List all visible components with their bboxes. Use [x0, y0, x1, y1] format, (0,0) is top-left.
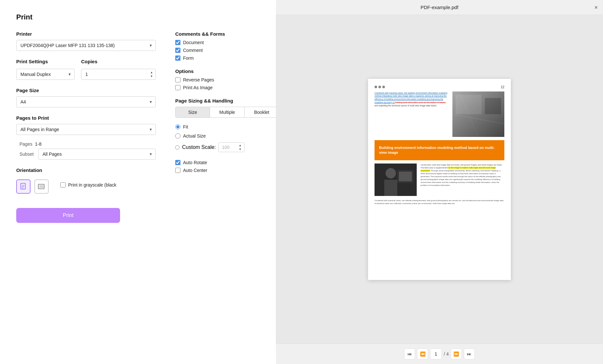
landscape-button[interactable]: [34, 179, 49, 194]
size-tab[interactable]: Size: [176, 107, 210, 117]
page-size-select[interactable]: A4: [16, 96, 156, 107]
page-sizing-section: Page Sizing && Handling Size Multiple Bo…: [175, 98, 276, 152]
printer-section: Printer UPDF2004Q(HP Laser MFP 131 133 1…: [16, 31, 156, 51]
custom-scale-radio[interactable]: [175, 145, 179, 150]
multiple-tab[interactable]: Multiple: [210, 107, 244, 117]
document-checkbox[interactable]: [175, 40, 180, 45]
subset-row: Subset All Pages: [19, 149, 156, 160]
scale-decrement-button[interactable]: ▼: [237, 148, 243, 151]
comment-checkbox[interactable]: [175, 48, 180, 53]
svg-rect-8: [456, 95, 482, 114]
svg-rect-9: [485, 98, 501, 114]
preview-navigation: ⏮ ⏪ / 4 ⏩ ⏭: [276, 344, 603, 364]
reverse-pages-checkbox[interactable]: [175, 77, 180, 82]
preview-page: 12 Combined with practical cases, the bu…: [368, 79, 511, 280]
fit-radio-row: Fit: [175, 124, 276, 129]
svg-point-13: [386, 168, 396, 178]
page-size-label: Page Size: [16, 88, 156, 93]
fit-radio[interactable]: [175, 124, 180, 129]
print-button[interactable]: Print: [16, 208, 120, 223]
subset-select[interactable]: All Pages: [38, 149, 156, 160]
orientation-label: Orientation: [16, 167, 156, 173]
print-as-image-checkbox[interactable]: [175, 85, 180, 90]
preview-text-left: Combined with practical cases, the build…: [375, 91, 449, 137]
reverse-pages-row: Reverse Pages: [175, 77, 276, 82]
preview-top-content: Combined with practical cases, the build…: [375, 91, 504, 137]
copies-input[interactable]: [81, 69, 156, 80]
custom-scale-row: Custom Scale: ▲ ▼: [175, 142, 276, 152]
auto-options-section: Auto Rotate Auto Center: [175, 160, 276, 173]
reverse-pages-label: Reverse Pages: [183, 77, 214, 82]
options-label: Options: [175, 68, 276, 74]
auto-center-checkbox[interactable]: [175, 168, 180, 173]
preview-building-image: [452, 91, 504, 137]
copies-spinner-buttons: ▲ ▼: [149, 71, 154, 78]
last-page-button[interactable]: ⏭: [464, 348, 475, 359]
preview-dot-3: [382, 86, 385, 88]
left-panel: Print Printer UPDF2004Q(HP Laser MFP 131…: [0, 0, 276, 364]
comments-forms-label: Comments && Forms: [175, 31, 276, 37]
pages-info-value: 1-8: [35, 141, 42, 147]
comment-checkbox-label: Comment: [183, 48, 203, 53]
auto-rotate-checkbox[interactable]: [175, 160, 180, 165]
subset-label: Subset: [19, 152, 36, 157]
preview-top-image: [452, 91, 504, 137]
auto-center-label: Auto Center: [183, 168, 207, 173]
preview-page-number: 12: [501, 85, 504, 89]
portrait-icon: [20, 183, 27, 190]
grayscale-row: Print in grayscale (black: [60, 182, 117, 188]
orientation-section: Orientation: [16, 167, 156, 194]
grayscale-checkbox[interactable]: [60, 182, 66, 188]
page-title: Print: [16, 13, 260, 21]
comments-forms-section: Comments && Forms Document Comment Form: [175, 31, 276, 61]
preview-dot-2: [378, 86, 381, 88]
close-button[interactable]: ×: [594, 4, 598, 11]
prev-page-button[interactable]: ⏪: [417, 348, 428, 359]
comment-checkbox-row: Comment: [175, 48, 276, 53]
preview-panel: PDF-example.pdf × 12 Combined with pract…: [276, 0, 603, 364]
preview-text-regular: and exploiting the technical source of m…: [375, 104, 437, 107]
actual-size-radio-row: Actual Size: [175, 133, 276, 139]
form-checkbox[interactable]: [175, 55, 180, 61]
pages-to-print-select-wrapper: All Pages in Range: [16, 124, 156, 135]
document-checkbox-label: Document: [183, 40, 204, 45]
scale-increment-button[interactable]: ▲: [237, 144, 243, 147]
preview-dot-1: [375, 86, 377, 88]
actual-size-radio[interactable]: [175, 133, 180, 139]
pages-info: Pages 1-8: [19, 141, 156, 147]
document-checkbox-row: Document: [175, 40, 276, 45]
preview-area: 12 Combined with practical cases, the bu…: [358, 15, 521, 344]
orientation-icons: [16, 179, 49, 194]
preview-bottom-image: [375, 164, 417, 196]
custom-scale-label: Custom Scale:: [182, 144, 216, 150]
current-page-input[interactable]: [430, 348, 442, 359]
copies-increment-button[interactable]: ▲: [149, 71, 154, 74]
duplex-copies-row: Manual Duplex ▲ ▼: [16, 69, 156, 80]
settings-copies-header: Print Settings Copies: [16, 59, 156, 67]
preview-person-image: [375, 164, 417, 196]
form-checkbox-row: Form: [175, 55, 276, 61]
pages-to-print-select[interactable]: All Pages in Range: [16, 124, 156, 135]
next-page-button[interactable]: ⏩: [451, 348, 462, 359]
preview-header: PDF-example.pdf ×: [276, 0, 603, 15]
svg-rect-16: [399, 172, 412, 181]
portrait-button[interactable]: [16, 179, 31, 194]
copies-label: Copies: [81, 59, 156, 64]
copies-spinner: ▲ ▼: [81, 69, 156, 80]
pages-info-label: Pages: [19, 141, 32, 147]
printer-select-wrapper: UPDF2004Q(HP Laser MFP 131 133 135-138): [16, 40, 156, 51]
auto-rotate-label: Auto Rotate: [183, 160, 207, 165]
preview-orange-banner: Building environment information modelin…: [375, 140, 504, 161]
main-content: Printer UPDF2004Q(HP Laser MFP 131 133 1…: [16, 31, 260, 223]
left-column: Printer UPDF2004Q(HP Laser MFP 131 133 1…: [16, 31, 156, 223]
duplex-select[interactable]: Manual Duplex: [16, 69, 75, 80]
printer-select[interactable]: UPDF2004Q(HP Laser MFP 131 133 135-138): [16, 40, 156, 51]
auto-rotate-row: Auto Rotate: [175, 160, 276, 165]
preview-body-text: Through aerial triangulation processing,…: [421, 170, 500, 186]
sizing-tabs: Size Multiple Booklet: [175, 107, 276, 118]
preview-title: PDF-example.pdf: [421, 5, 459, 10]
first-page-button[interactable]: ⏮: [404, 348, 415, 359]
copies-decrement-button[interactable]: ▼: [149, 75, 154, 78]
preview-bottom-content: constructed, multi-view image data are f…: [375, 164, 504, 196]
booklet-tab[interactable]: Booklet: [244, 107, 276, 117]
